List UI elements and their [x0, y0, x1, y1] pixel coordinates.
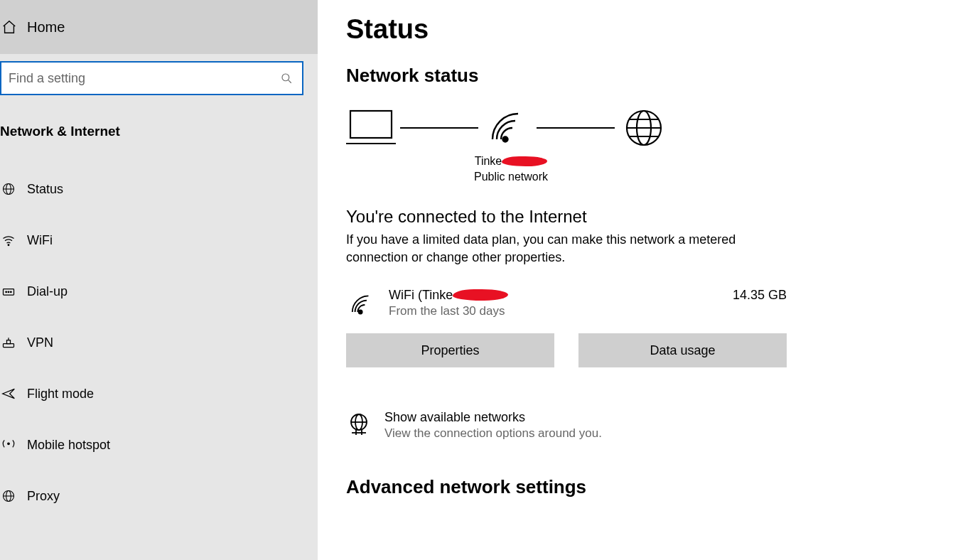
sidebar-item-label: Flight mode	[27, 387, 94, 402]
topology-connector	[537, 127, 615, 129]
svg-point-19	[503, 137, 508, 142]
connection-usage-row: WiFi (Tinke From the last 30 days 14.35 …	[346, 288, 787, 319]
svg-point-0	[282, 74, 289, 81]
properties-button[interactable]: Properties	[346, 333, 554, 367]
sidebar-home[interactable]: Home	[0, 0, 318, 54]
available-networks-subtitle: View the connection options around you.	[384, 426, 602, 441]
connected-description: If you have a limited data plan, you can…	[346, 231, 772, 266]
sidebar-item-label: Status	[27, 182, 63, 197]
available-networks-title: Show available networks	[384, 410, 602, 425]
connection-subtitle: From the last 30 days	[389, 304, 733, 318]
sidebar-item-label: VPN	[27, 335, 53, 350]
connected-heading: You're connected to the Internet	[346, 207, 925, 227]
redacted-text	[453, 289, 508, 301]
sidebar-item-label: WiFi	[27, 233, 53, 248]
sidebar-item-mobile-hotspot[interactable]: Mobile hotspot	[0, 419, 318, 470]
airplane-icon	[0, 387, 27, 401]
connection-data-used: 14.35 GB	[733, 288, 787, 303]
sidebar-item-proxy[interactable]: Proxy	[0, 470, 318, 522]
wifi-icon	[346, 288, 389, 319]
redacted-text	[502, 156, 547, 166]
globe-icon	[0, 182, 27, 196]
svg-point-5	[8, 244, 9, 246]
network-type-label: Public network	[447, 169, 575, 185]
data-usage-button[interactable]: Data usage	[578, 333, 787, 367]
sidebar-item-label: Proxy	[27, 489, 60, 504]
topology-caption: Tinke Public network	[447, 154, 575, 185]
advanced-settings-heading: Advanced network settings	[346, 476, 925, 498]
dialup-icon	[0, 284, 27, 298]
topology-wifi-icon	[483, 108, 532, 148]
vpn-icon	[0, 335, 27, 350]
svg-point-13	[8, 443, 10, 445]
svg-rect-11	[7, 340, 11, 344]
sidebar-home-label: Home	[27, 19, 65, 36]
network-topology	[346, 108, 925, 148]
network-status-heading: Network status	[346, 65, 925, 87]
sidebar-item-wifi[interactable]: WiFi	[0, 215, 318, 266]
main-content: Status Network status Tinke	[318, 0, 953, 560]
sidebar-item-flight-mode[interactable]: Flight mode	[0, 368, 318, 419]
sidebar-item-label: Mobile hotspot	[27, 438, 110, 453]
sidebar-item-label: Dial-up	[27, 284, 68, 299]
svg-rect-10	[4, 344, 14, 348]
sidebar-section-heading: Network & Internet	[0, 102, 318, 149]
sidebar: Home Network & Internet Status	[0, 0, 318, 560]
svg-rect-17	[350, 111, 392, 138]
sidebar-nav: Status WiFi Dial-up	[0, 149, 318, 522]
svg-point-8	[8, 291, 9, 293]
topology-connector	[400, 127, 478, 129]
svg-point-7	[6, 291, 7, 293]
svg-point-25	[359, 311, 362, 314]
search-input[interactable]	[9, 71, 278, 86]
search-box[interactable]	[0, 61, 303, 95]
search-icon	[278, 72, 295, 85]
svg-line-1	[289, 80, 291, 83]
page-title: Status	[346, 14, 925, 45]
sidebar-item-vpn[interactable]: VPN	[0, 317, 318, 368]
home-icon	[0, 19, 27, 35]
connection-buttons: Properties Data usage	[346, 333, 925, 367]
hotspot-icon	[0, 438, 27, 452]
show-available-networks[interactable]: Show available networks View the connect…	[346, 410, 925, 441]
network-monitor-icon	[346, 410, 384, 437]
sidebar-item-dialup[interactable]: Dial-up	[0, 266, 318, 317]
sidebar-item-status[interactable]: Status	[0, 163, 318, 215]
wifi-icon	[0, 233, 27, 247]
network-name-prefix: Tinke	[475, 155, 502, 167]
topology-device-icon	[346, 108, 396, 148]
search-container	[0, 54, 318, 102]
connection-title-prefix: WiFi (Tinke	[389, 288, 453, 302]
topology-internet-icon	[619, 108, 669, 148]
globe-icon	[0, 489, 27, 503]
svg-point-9	[11, 291, 12, 293]
